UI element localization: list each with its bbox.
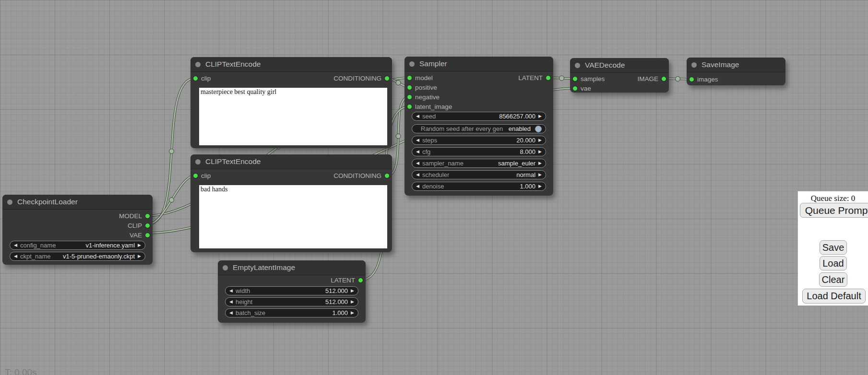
node-title-bar[interactable]: CLIPTextEncode — [190, 57, 392, 72]
output-label: IMAGE — [637, 75, 658, 82]
output-label: CONDITIONING — [333, 172, 381, 179]
output-connector-IMAGE[interactable] — [661, 76, 666, 82]
decrement-arrow-icon[interactable]: ◀ — [14, 243, 17, 247]
collapse-node-icon[interactable] — [195, 159, 201, 164]
input-connector-model[interactable] — [407, 75, 412, 81]
decrement-arrow-icon[interactable]: ◀ — [416, 138, 419, 142]
widget-width[interactable]: ◀width512.000▶ — [225, 286, 358, 295]
node-empty-latent-image[interactable]: EmptyLatentImageLATENT◀width512.000▶◀hei… — [218, 260, 366, 323]
output-slot-VAE: VAE — [130, 230, 150, 240]
node-vae-decode[interactable]: VAEDecodesamplesvaeIMAGE — [570, 58, 669, 93]
node-title-bar[interactable]: Sampler — [404, 57, 553, 71]
decrement-arrow-icon[interactable]: ◀ — [416, 150, 419, 154]
widget-label: Random seed after every gen — [421, 125, 503, 132]
increment-arrow-icon[interactable]: ▶ — [538, 161, 542, 165]
decrement-arrow-icon[interactable]: ◀ — [14, 254, 17, 258]
wire-midpoint-dot — [169, 198, 174, 202]
collapse-node-icon[interactable] — [409, 61, 415, 67]
node-clip-text-encode-positive[interactable]: CLIPTextEncodeclipCONDITIONING — [190, 57, 392, 148]
collapse-node-icon[interactable] — [575, 63, 580, 68]
save-button[interactable]: Save — [820, 240, 847, 255]
widget-scheduler[interactable]: ◀schedulernormal▶ — [412, 170, 546, 179]
input-connector-clip[interactable] — [193, 173, 198, 178]
decrement-arrow-icon[interactable]: ◀ — [416, 161, 419, 165]
input-connector-latent_image[interactable] — [407, 104, 412, 109]
widget-seed[interactable]: ◀seed8566257.000▶ — [412, 112, 546, 121]
decrement-arrow-icon[interactable]: ◀ — [229, 300, 233, 304]
increment-arrow-icon[interactable]: ▶ — [138, 254, 141, 258]
widget-steps[interactable]: ◀steps20.000▶ — [412, 136, 546, 145]
node-clip-text-encode-negative[interactable]: CLIPTextEncodeclipCONDITIONING — [190, 154, 392, 252]
widget-label: config_name — [20, 242, 56, 249]
increment-arrow-icon[interactable]: ▶ — [138, 243, 141, 247]
collapse-node-icon[interactable] — [223, 265, 228, 270]
input-connector-samples[interactable] — [572, 76, 578, 82]
input-connector-negative[interactable] — [407, 94, 412, 100]
decrement-arrow-icon[interactable]: ◀ — [416, 114, 419, 118]
widget-denoise[interactable]: ◀denoise1.000▶ — [412, 182, 546, 191]
widget-ckpt_name[interactable]: ◀ckpt_namev1-5-pruned-emaonly.ckpt▶ — [10, 252, 145, 261]
collapse-node-icon[interactable] — [195, 62, 201, 67]
input-connector-images[interactable] — [689, 77, 694, 82]
node-title-bar[interactable]: SaveImage — [687, 58, 785, 72]
widget-label: width — [236, 287, 250, 294]
widget-value: enabled — [509, 125, 531, 132]
widget-cfg[interactable]: ◀cfg8.000▶ — [412, 147, 546, 156]
output-connector-LATENT[interactable] — [358, 278, 363, 283]
input-slot-positive: positive — [407, 82, 437, 92]
toggle-on-icon[interactable] — [535, 126, 542, 132]
input-connector-clip[interactable] — [193, 76, 198, 81]
clear-button[interactable]: Clear — [819, 272, 847, 287]
widget-height[interactable]: ◀height512.000▶ — [225, 297, 358, 306]
decrement-arrow-icon[interactable]: ◀ — [229, 289, 233, 293]
input-connector-positive[interactable] — [407, 85, 412, 90]
node-sampler[interactable]: Samplermodelpositivenegativelatent_image… — [404, 57, 553, 196]
widget-config_name[interactable]: ◀config_namev1-inference.yaml▶ — [10, 241, 145, 250]
widget-batch_size[interactable]: ◀batch_size1.000▶ — [225, 308, 358, 317]
output-connector-CLIP[interactable] — [145, 223, 150, 228]
node-save-image[interactable]: SaveImageimages — [687, 58, 785, 85]
widget-random-seed-after-every-gen[interactable]: Random seed after every genenabled — [412, 124, 546, 133]
increment-arrow-icon[interactable]: ▶ — [351, 311, 354, 315]
increment-arrow-icon[interactable]: ▶ — [538, 150, 542, 154]
queue-panel: Queue size: 0 Queue Prompt Save Load Cle… — [797, 191, 868, 306]
output-connector-MODEL[interactable] — [145, 213, 150, 219]
decrement-arrow-icon[interactable]: ◀ — [229, 311, 233, 315]
widget-label: sampler_name — [422, 160, 464, 167]
input-connector-vae[interactable] — [572, 86, 578, 91]
input-label: vae — [581, 85, 591, 92]
node-title-bar[interactable]: VAEDecode — [570, 58, 669, 73]
load-button[interactable]: Load — [820, 256, 847, 270]
output-connector-CONDITIONING[interactable] — [384, 173, 390, 178]
queue-prompt-button[interactable]: Queue Prompt — [800, 203, 868, 218]
collapse-node-icon[interactable] — [7, 199, 12, 205]
widget-value: 1.000 — [520, 183, 536, 190]
output-connector-VAE[interactable] — [145, 233, 150, 238]
node-checkpoint-loader[interactable]: CheckpointLoaderMODELCLIPVAE◀config_name… — [2, 195, 153, 265]
node-title-bar[interactable]: EmptyLatentImage — [218, 260, 366, 275]
node-title-bar[interactable]: CheckpointLoader — [2, 195, 153, 210]
output-connector-CONDITIONING[interactable] — [384, 76, 390, 81]
node-title-bar[interactable]: CLIPTextEncode — [190, 154, 392, 169]
prompt-text-input[interactable] — [199, 88, 387, 145]
increment-arrow-icon[interactable]: ▶ — [538, 114, 542, 118]
decrement-arrow-icon[interactable]: ◀ — [416, 184, 419, 188]
widget-sampler_name[interactable]: ◀sampler_namesample_euler▶ — [412, 159, 546, 168]
wire-clip-to-positive-encode — [148, 78, 195, 224]
wire-midpoint-dot — [396, 81, 401, 85]
prompt-text-input[interactable] — [199, 185, 387, 248]
decrement-arrow-icon[interactable]: ◀ — [416, 173, 419, 177]
input-slot-clip: clip — [193, 171, 211, 180]
collapse-node-icon[interactable] — [691, 62, 697, 68]
increment-arrow-icon[interactable]: ▶ — [538, 138, 542, 142]
output-connector-LATENT[interactable] — [546, 75, 551, 81]
widget-value: normal — [516, 171, 535, 178]
output-slot-MODEL: MODEL — [119, 211, 150, 221]
increment-arrow-icon[interactable]: ▶ — [538, 173, 542, 177]
output-label: LATENT — [518, 74, 543, 82]
increment-arrow-icon[interactable]: ▶ — [538, 184, 542, 188]
increment-arrow-icon[interactable]: ▶ — [351, 289, 354, 293]
load-default-button[interactable]: Load Default — [802, 289, 866, 304]
input-label: clip — [201, 75, 211, 82]
increment-arrow-icon[interactable]: ▶ — [351, 300, 354, 304]
